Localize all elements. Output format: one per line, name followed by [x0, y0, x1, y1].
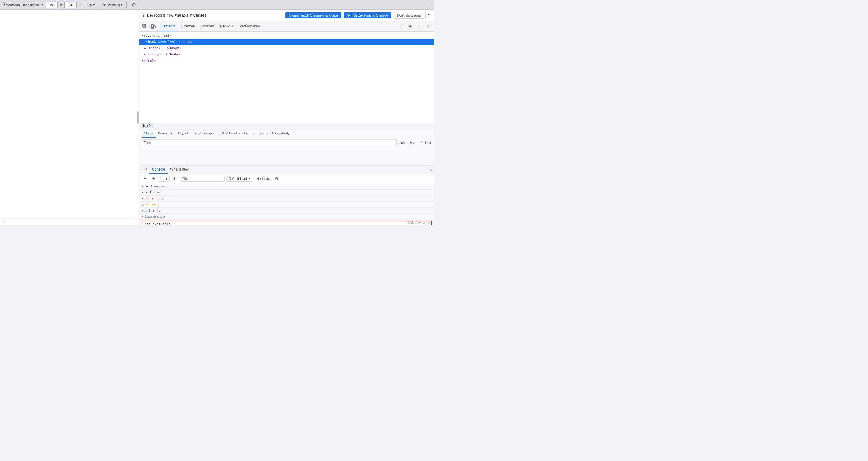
- no-warnings-text: No war...: [146, 203, 163, 206]
- devtools-main: Elements Console Sources Network Perform…: [139, 21, 434, 225]
- tab-properties[interactable]: Properties: [249, 129, 269, 138]
- width-input[interactable]: [45, 2, 58, 8]
- tab-styles[interactable]: Styles: [142, 129, 156, 138]
- resize-handle[interactable]: [137, 112, 139, 124]
- cls-button[interactable]: .cls: [408, 141, 415, 145]
- console-tabs-right: ×: [430, 167, 432, 172]
- more-tabs-button[interactable]: »: [397, 22, 406, 31]
- default-levels-selector[interactable]: Default levels ▾: [226, 176, 253, 182]
- dimensions-dropdown[interactable]: ▾: [41, 3, 43, 7]
- clear-console-button[interactable]: ⊘: [150, 175, 157, 182]
- tab-computed[interactable]: Computed: [156, 129, 176, 138]
- console-section: ⋮⋮ Console What's new × ☰: [139, 165, 434, 225]
- tab-dom-breakpoints[interactable]: DOM Breakpoints: [218, 129, 249, 138]
- hov-button[interactable]: :hov: [398, 141, 407, 145]
- messages-expand-icon[interactable]: ▶: [142, 184, 144, 188]
- html-triangle-icon[interactable]: ▶: [142, 39, 144, 45]
- dont-show-again-button[interactable]: Don't show again: [394, 12, 426, 19]
- tab-sources[interactable]: Sources: [198, 21, 217, 31]
- tab-network[interactable]: Network: [217, 21, 236, 31]
- preview-bottom-bar: ≡ ⬚: [0, 218, 139, 225]
- info-circle-icon: ℹ: [146, 209, 147, 212]
- info-expand-icon[interactable]: ▶: [142, 209, 144, 212]
- head-close-tag: </head>: [166, 47, 180, 50]
- tab-event-listeners[interactable]: Event Listeners: [190, 129, 218, 138]
- console-tab[interactable]: Console: [150, 165, 167, 174]
- tab-console[interactable]: Console: [179, 21, 198, 31]
- devtools-toolbar: Dimensions: Responsive ▾ × 100% ▾ No thr…: [0, 0, 434, 10]
- body-open-tag: <body>: [149, 53, 161, 56]
- notification-text: DevTools is now available in Chinese!: [147, 13, 283, 18]
- html-close-tag: </html>: [142, 59, 156, 63]
- breadcrumb-html-tag[interactable]: html: [142, 124, 153, 128]
- cursor-icon: [142, 24, 147, 29]
- tab-elements-label: Elements: [160, 24, 176, 28]
- box-icon-button[interactable]: ⊡: [425, 141, 428, 145]
- eye-button[interactable]: 👁: [172, 175, 178, 182]
- console-filter-input[interactable]: [180, 176, 224, 182]
- toolbar-divider-1: [80, 2, 81, 8]
- expression-placeholder-text[interactable]: Expression: [145, 215, 432, 218]
- context-selector[interactable]: top ▾: [158, 176, 170, 182]
- html-tag-line[interactable]: ▶ <html lang="en" > == $0: [139, 39, 434, 45]
- sensors-icon-btn[interactable]: [130, 1, 137, 8]
- layout-icon-button[interactable]: ⊞: [421, 141, 424, 145]
- more-dots-icon: ⋮: [426, 3, 430, 7]
- devtools-close-button[interactable]: ×: [424, 22, 433, 31]
- throttle-selector[interactable]: No throttling ▾: [102, 3, 123, 7]
- inspect-element-button[interactable]: [141, 22, 149, 31]
- switch-chinese-button[interactable]: Switch DevTools to Chinese: [344, 12, 391, 19]
- devtools-tabs-bar: Elements Console Sources Network Perform…: [139, 21, 434, 32]
- tab-layout-label: Layout: [178, 131, 188, 135]
- user-icon: ☻: [146, 191, 148, 194]
- styles-filter-input[interactable]: [142, 139, 397, 146]
- devtools-tabs-more: » ⚙ ⋮ ×: [397, 22, 433, 31]
- tab-performance[interactable]: Performance: [236, 21, 263, 31]
- height-input[interactable]: [64, 2, 76, 8]
- console-tab-label: Console: [152, 167, 165, 172]
- dimensions-label: Dimensions: Responsive: [2, 3, 39, 7]
- tab-accessibility[interactable]: Accessibility: [269, 129, 292, 138]
- more-options-button[interactable]: ⋮: [424, 1, 432, 8]
- styles-section: Styles Computed Layout Event Listeners D: [139, 129, 434, 165]
- csdn-watermark: CSDN @Aileen_D...: [406, 221, 433, 224]
- tab-elements[interactable]: Elements: [157, 21, 179, 31]
- body-triangle-icon[interactable]: ▶: [144, 52, 146, 58]
- default-levels-label: Default levels: [228, 177, 248, 181]
- tab-dom-breakpoints-label: DOM Breakpoints: [221, 131, 247, 135]
- scroll-icon-button[interactable]: ▾: [430, 141, 432, 145]
- head-open-tag: <head>: [149, 47, 161, 50]
- styles-action-icons: + ⊞ ⊡ ▾: [417, 141, 432, 145]
- console-drag-icon[interactable]: ⋮⋮: [141, 167, 148, 172]
- sidebar-toggle-button[interactable]: ☰: [142, 175, 148, 182]
- notification-close-button[interactable]: ×: [428, 13, 430, 18]
- user-expand-icon[interactable]: ▶: [142, 190, 144, 194]
- console-close-button[interactable]: ×: [430, 167, 432, 172]
- device-mode-icon: [151, 24, 156, 29]
- tab-layout[interactable]: Layout: [176, 129, 190, 138]
- sensors-icon: [131, 2, 136, 7]
- no-errors-icon: ⊗: [142, 196, 144, 201]
- zoom-selector[interactable]: 100% ▾: [84, 3, 95, 7]
- head-tag-line[interactable]: ▶ <head> … </head>: [139, 45, 434, 52]
- add-style-button[interactable]: +: [417, 141, 419, 145]
- not-available-text: not available: [145, 222, 170, 225]
- doctype-text: <!DOCTYPE html>: [142, 34, 172, 38]
- head-triangle-icon[interactable]: ▶: [144, 46, 146, 51]
- devtools-more-options-button[interactable]: ⋮: [415, 22, 424, 31]
- toolbar-divider-2: [98, 2, 99, 8]
- body-tag-line[interactable]: ▶ <body> … </body>: [139, 52, 434, 58]
- screenshot-icon: ⬚: [133, 220, 136, 224]
- console-output-box: not available Aileen demo01.html:16 30 d…: [142, 221, 432, 225]
- device-mode-button[interactable]: [149, 22, 157, 31]
- tab-properties-label: Properties: [251, 131, 267, 135]
- styles-filter-row: :hov .cls + ⊞ ⊡ ▾: [139, 138, 434, 147]
- settings-button[interactable]: ⚙: [406, 22, 415, 31]
- html-lang-val: "en": [168, 40, 176, 44]
- lower-panels: Styles Computed Layout Event Listeners D: [139, 129, 434, 225]
- whats-new-tab[interactable]: What's new: [167, 165, 191, 174]
- clear-expression-icon[interactable]: ×: [142, 215, 144, 218]
- always-match-button[interactable]: Always match Chrome's language: [285, 12, 341, 19]
- console-settings-button[interactable]: ⚙: [275, 177, 278, 181]
- console-toolbar: ☰ ⊘ top ▾ 👁 Default levels ▾ No Issues: [139, 174, 434, 184]
